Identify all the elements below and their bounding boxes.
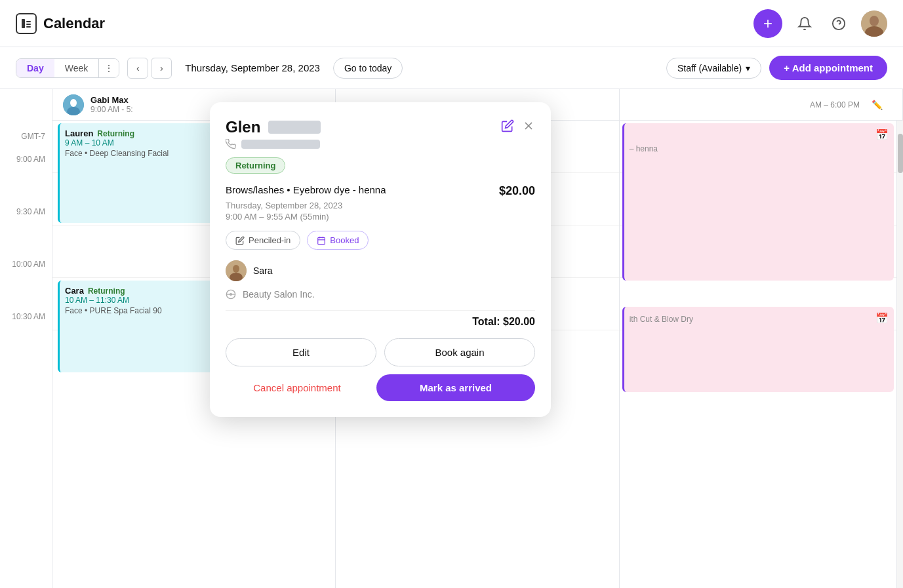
nav-arrows: ‹ ›: [127, 58, 172, 79]
app-title: Calendar: [43, 15, 105, 32]
calendar-icon-col3-2: 📅: [875, 312, 889, 324]
calendar-icon-col3: 📅: [875, 128, 889, 141]
grid-col-3: 📅 – henna 📅 ith Cut & Blow Dry: [620, 121, 903, 588]
appointment-henna-col3[interactable]: 📅 – henna: [622, 123, 894, 281]
apt-name-lauren: Lauren: [65, 128, 93, 138]
booked-tag[interactable]: Booked: [307, 231, 369, 250]
calendar-toolbar: Day Week ⋮ ‹ › Thursday, September 28, 2…: [0, 47, 903, 89]
edit-button[interactable]: Edit: [226, 338, 376, 366]
staff-filter-dropdown[interactable]: Staff (Available) ▾: [666, 58, 761, 79]
svg-rect-3: [26, 26, 31, 28]
tab-day[interactable]: Day: [16, 59, 54, 77]
time-1030: 10:30 AM: [0, 309, 52, 362]
svg-rect-2: [26, 24, 31, 25]
apt-henna-label: – henna: [630, 144, 889, 153]
scrollbar-thumb[interactable]: [898, 134, 903, 173]
apt-returning-cara: Returning: [88, 286, 125, 296]
staff-time-1: 9:00 AM - 5:: [90, 105, 133, 114]
current-date: Thursday, September 28, 2023: [180, 62, 325, 73]
time-column: GMT-7 9:00 AM 9:30 AM 10:00 AM 10:30 AM: [0, 89, 52, 588]
sidebar-toggle-icon[interactable]: [16, 13, 37, 34]
client-first-name: Glen: [226, 118, 260, 136]
popup-footer-buttons: Cancel appointment Mark as arrived: [226, 374, 535, 401]
quick-add-button[interactable]: +: [753, 9, 782, 38]
app-header: Calendar +: [0, 0, 903, 47]
svg-point-19: [233, 265, 239, 273]
staff-dropdown-label: Staff (Available): [677, 63, 742, 73]
client-last-name-blurred: [268, 121, 321, 134]
popup-staff-avatar: [226, 260, 247, 281]
service-row: Brows/lashes • Eyebrow dye - henna $20.0…: [226, 184, 535, 198]
view-more-button[interactable]: ⋮: [98, 59, 119, 77]
app-logo: Calendar: [16, 13, 105, 34]
returning-status-badge: Returning: [226, 157, 285, 174]
staff-info-1: Gabi Max 9:00 AM - 5:: [90, 95, 133, 114]
booked-label: Booked: [330, 235, 359, 245]
service-time-range: 9:00 AM – 9:55 AM (55min): [226, 212, 535, 222]
penciled-in-label: Penciled-in: [249, 235, 291, 245]
scrollbar-track[interactable]: [896, 121, 903, 588]
popup-header: Glen: [226, 118, 535, 136]
apt-name-cara: Cara: [65, 286, 84, 296]
penciled-in-tag[interactable]: Penciled-in: [226, 231, 300, 250]
notifications-button[interactable]: [793, 12, 816, 35]
apt-blowdry-label: ith Cut & Blow Dry: [630, 315, 889, 324]
svg-rect-1: [26, 21, 31, 22]
svg-point-7: [870, 16, 879, 26]
header-right: +: [753, 9, 887, 38]
popup-location: Beauty Salon Inc.: [226, 289, 535, 300]
cancel-appointment-button[interactable]: Cancel appointment: [226, 374, 369, 401]
gmt-label: GMT-7: [0, 121, 52, 152]
header-left: Calendar: [16, 13, 105, 34]
close-icon-button[interactable]: [522, 119, 535, 136]
svg-point-10: [70, 99, 77, 107]
service-date: Thursday, September 28, 2023: [226, 201, 535, 210]
popup-client-name: Glen: [226, 118, 321, 136]
popup-total: Total: $20.00: [226, 310, 535, 328]
appointment-popup: Glen Returning: [210, 102, 551, 417]
staff-avatar-1: [63, 94, 84, 115]
phone-number-blurred: [241, 140, 320, 149]
add-appointment-button[interactable]: + Add appointment: [769, 56, 887, 80]
book-again-button[interactable]: Book again: [384, 338, 535, 366]
help-button[interactable]: [827, 12, 851, 35]
service-name: Brows/lashes • Eyebrow dye - henna: [226, 184, 386, 195]
location-name: Beauty Salon Inc.: [243, 289, 315, 300]
user-avatar[interactable]: [861, 10, 887, 37]
popup-main-buttons: Edit Book again: [226, 338, 535, 366]
time-900: 9:00 AM: [0, 152, 52, 205]
tab-week[interactable]: Week: [54, 59, 99, 77]
popup-staff-row: Sara: [226, 260, 535, 281]
calendar-area: GMT-7 9:00 AM 9:30 AM 10:00 AM 10:30 AM …: [0, 89, 903, 588]
view-tabs: Day Week ⋮: [16, 58, 119, 78]
staff-name-1: Gabi Max: [90, 95, 133, 105]
popup-phone: [226, 139, 535, 149]
popup-staff-name: Sara: [253, 265, 273, 276]
edit-icon-staff[interactable]: ✏️: [872, 100, 883, 110]
svg-rect-0: [22, 19, 25, 28]
nav-prev-button[interactable]: ‹: [127, 58, 148, 79]
service-price: $20.00: [499, 184, 535, 198]
nav-next-button[interactable]: ›: [151, 58, 172, 79]
popup-action-buttons: [501, 119, 535, 136]
mark-arrived-button[interactable]: Mark as arrived: [376, 374, 535, 401]
apt-returning-lauren: Returning: [97, 129, 134, 138]
edit-icon-button[interactable]: [501, 119, 514, 136]
time-1000: 10:00 AM: [0, 257, 52, 309]
chevron-down-icon: ▾: [746, 63, 750, 73]
staff-time-3: AM – 6:00 PM: [810, 100, 860, 109]
appointment-blowdry-col3[interactable]: 📅 ith Cut & Blow Dry: [622, 307, 894, 392]
staff-area: Gabi Max 9:00 AM - 5: AM – 6:00 PM ✏️: [52, 89, 903, 588]
go-to-today-button[interactable]: Go to today: [333, 58, 403, 79]
staff-header-3: AM – 6:00 PM ✏️: [620, 89, 903, 120]
status-tags: Penciled-in Booked: [226, 231, 535, 250]
svg-rect-14: [318, 237, 325, 245]
time-930: 9:30 AM: [0, 205, 52, 257]
svg-point-20: [230, 273, 243, 281]
